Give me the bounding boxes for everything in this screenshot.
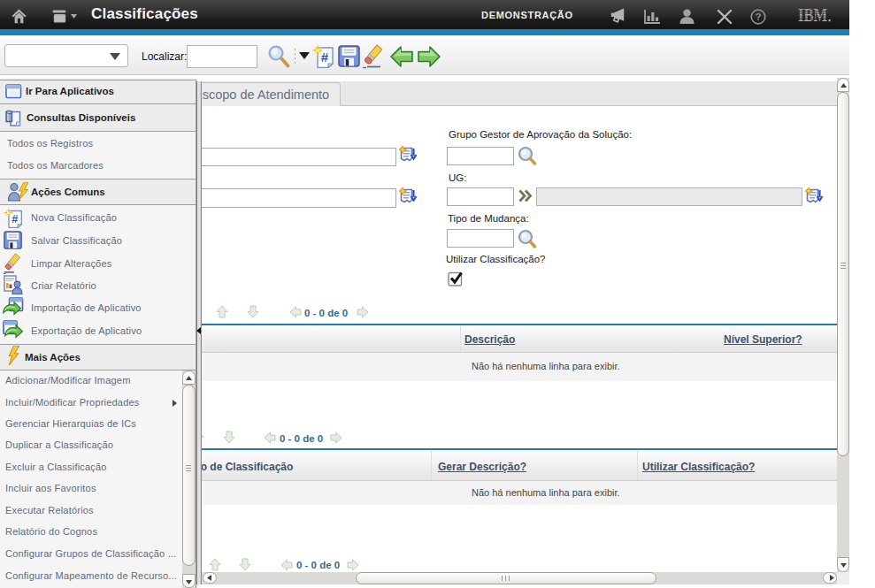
svg-text:IBM: IBM [798,6,827,25]
svg-text:#: # [12,213,18,225]
svg-text:#: # [321,50,329,65]
svg-text:?: ? [755,11,761,22]
